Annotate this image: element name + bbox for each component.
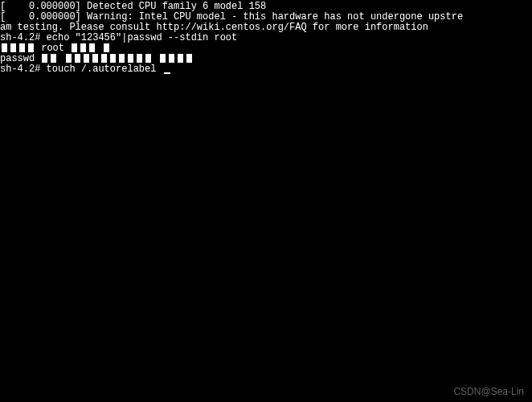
garbled-output-line: root <box>0 43 532 54</box>
shell-prompt[interactable]: sh-4.2# <box>0 64 47 75</box>
shell-command: touch /.autorelabel <box>47 64 162 75</box>
shell-command-line: sh-4.2# touch /.autorelabel <box>0 64 532 75</box>
garbled-text: root <box>35 43 70 54</box>
watermark: CSDN@Sea-Lin <box>453 387 524 397</box>
shell-command-line: sh-4.2# echo "123456"|passwd --stdin roo… <box>0 33 532 43</box>
shell-prompt[interactable]: sh-4.2# <box>0 32 47 43</box>
garbled-prefix: passwd <box>0 53 35 64</box>
shell-command: echo "123456"|passwd --stdin root <box>47 32 238 43</box>
cursor <box>164 72 170 74</box>
